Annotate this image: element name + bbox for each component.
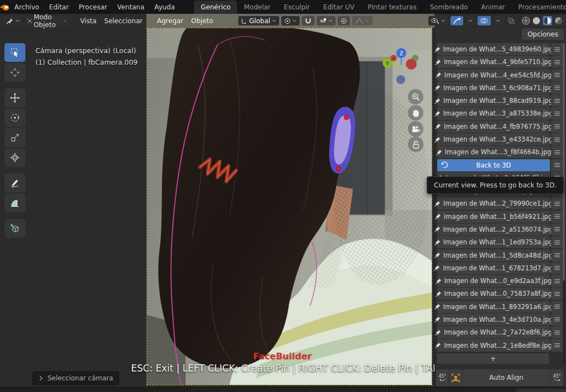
image-item-button[interactable]: Imagen de What...3_6c908a71.jpg: [437, 82, 550, 94]
image-list-item[interactable]: Imagen de What...0_75837a8f.jpg: [437, 288, 563, 300]
image-item-drag-handle[interactable]: [551, 223, 563, 236]
zoom-icon[interactable]: [408, 89, 423, 104]
menu-editar[interactable]: Editar: [44, 1, 74, 13]
move-tool[interactable]: [4, 88, 25, 107]
image-list-item[interactable]: Imagen de What...4_fb976775.jpg: [437, 121, 563, 133]
image-item-drag-handle[interactable]: [551, 95, 563, 107]
menu-agregar[interactable]: Agregar: [153, 15, 187, 27]
tab-procesamiento[interactable]: Procesamiento: [511, 1, 566, 14]
image-list-item[interactable]: Imagen de What...2_7a72e8f6.jpg: [437, 326, 563, 338]
image-list-item[interactable]: Imagen de What...1_893291a6.jpg: [437, 301, 563, 313]
image-list-item[interactable]: Imagen de What...0_e9d2aa3f.jpg: [437, 275, 563, 287]
select-box-tool[interactable]: [4, 43, 25, 62]
rotate-right-45-button[interactable]: 45°: [551, 369, 563, 386]
annotate-tool[interactable]: [4, 174, 25, 192]
gizmos-toggle[interactable]: [450, 16, 463, 25]
image-item-button[interactable]: Imagen de What...2_a5136074.jpg: [437, 223, 550, 236]
image-list-item[interactable]: Imagen de What...1_678213d7.jpg: [437, 262, 563, 274]
transform-tool[interactable]: [4, 148, 25, 167]
add-image-button[interactable]: +: [437, 353, 549, 364]
image-item-drag-handle[interactable]: [551, 313, 563, 326]
rotate-left-45-button[interactable]: 45°: [436, 369, 449, 386]
image-list-item[interactable]: Imagen de What...2_79990ce1.jpg: [437, 197, 563, 210]
sidebar-scrollbar[interactable]: [563, 43, 565, 364]
image-item-drag-handle[interactable]: [551, 56, 563, 68]
back-to-3d-button[interactable]: Back to 3D: [437, 159, 563, 171]
menu-vista[interactable]: Vista: [76, 15, 101, 27]
xray-toggle[interactable]: [505, 16, 517, 25]
image-list-item[interactable]: Imagen de What...4_9bfe5710.jpg: [437, 56, 563, 68]
image-list-item[interactable]: Imagen de What...2_1e8edf8e.jpg: [437, 339, 563, 351]
show-gizmo-toggle[interactable]: [428, 16, 448, 25]
tab-gen-rico[interactable]: Genérico: [194, 1, 237, 14]
image-list-item[interactable]: Imagen de What...3_a875338e.jpg: [437, 107, 563, 119]
image-item-drag-handle[interactable]: [551, 121, 563, 133]
shading-rendered-button[interactable]: [554, 17, 563, 25]
menu-objeto[interactable]: Objeto: [187, 15, 217, 27]
shading-material-button[interactable]: [543, 16, 552, 25]
navigation-gizmo[interactable]: Z Y X: [380, 46, 422, 88]
proportional-falloff-select[interactable]: [352, 16, 373, 25]
gizmos-dropdown[interactable]: [465, 16, 475, 25]
image-item-drag-handle[interactable]: [551, 43, 563, 55]
image-item-button[interactable]: Imagen de What...3_e43342ce.jpg: [437, 133, 550, 145]
lock-icon[interactable]: [408, 137, 423, 152]
image-list-item[interactable]: Imagen de What...1_5d8ca48d.jpg: [437, 249, 563, 262]
tab-esculpir[interactable]: Esculpir: [277, 1, 317, 14]
image-item-button[interactable]: Imagen de What...1_893291a6.jpg: [437, 301, 550, 313]
pivot-point-select[interactable]: [281, 16, 300, 25]
image-list-item[interactable]: Imagen de What...3_6c908a71.jpg: [437, 82, 563, 94]
image-item-drag-handle[interactable]: [551, 249, 563, 262]
rotate-tool[interactable]: [4, 108, 25, 127]
image-item-button[interactable]: Imagen de What...1_678213d7.jpg: [437, 262, 550, 274]
overlays-toggle[interactable]: [478, 16, 491, 25]
image-item-drag-handle[interactable]: [551, 197, 563, 210]
image-item-button[interactable]: Imagen de What...0_75837a8f.jpg: [437, 288, 550, 300]
pan-icon[interactable]: [408, 105, 423, 121]
image-item-drag-handle[interactable]: [551, 107, 563, 119]
image-item-drag-handle[interactable]: [551, 301, 563, 313]
image-list-item[interactable]: Imagen de What...3_f8f4664b.jpg: [437, 146, 563, 158]
shading-solid-button[interactable]: [532, 17, 541, 25]
image-list-item[interactable]: Imagen de What...1_1ed9753a.jpg: [437, 236, 563, 248]
add-cube-tool[interactable]: [4, 219, 25, 238]
tab-sombreado[interactable]: Sombreado: [423, 1, 475, 14]
image-item-button[interactable]: Imagen de What...4_9bfe5710.jpg: [437, 56, 550, 68]
menu-ayuda[interactable]: Ayuda: [149, 1, 180, 13]
image-item-drag-handle[interactable]: [551, 211, 563, 223]
snap-toggle[interactable]: [302, 16, 315, 25]
image-item-button[interactable]: Imagen de What...3_f8f4664b.jpg: [437, 146, 550, 158]
image-item-drag-handle[interactable]: [551, 326, 563, 338]
image-item-button[interactable]: Imagen de What...1_b56f4921.jpg: [437, 211, 550, 223]
back-to-3d-label-area[interactable]: Back to 3D: [437, 159, 550, 171]
blender-logo-icon[interactable]: [0, 3, 9, 11]
image-item-button[interactable]: Imagen de What...1_1ed9753a.jpg: [437, 236, 550, 248]
tab-pintar-texturas[interactable]: Pintar texturas: [361, 1, 423, 14]
image-item-button[interactable]: Imagen de What...2_79990ce1.jpg: [437, 197, 550, 210]
menu-archivo[interactable]: Archivo: [9, 1, 44, 13]
image-list-item[interactable]: Imagen de What...3_4e3d710a.jpg: [437, 313, 563, 326]
image-item-drag-handle[interactable]: [551, 339, 563, 351]
menu-seleccionar[interactable]: Seleccionar: [101, 15, 146, 27]
scale-tool[interactable]: [4, 128, 25, 147]
mode-select[interactable]: Modo Objeto: [25, 16, 69, 25]
tab-editar-uv[interactable]: Editar UV: [317, 1, 361, 14]
image-list-item[interactable]: Imagen de What...1_b56f4921.jpg: [437, 211, 563, 223]
image-list-item[interactable]: Imagen de What...3_88cad919.jpg: [437, 95, 563, 107]
image-item-button[interactable]: Imagen de What...2_1e8edf8e.jpg: [437, 339, 550, 351]
image-item-button[interactable]: Imagen de What...4_ee54c5fd.jpg: [437, 69, 550, 81]
image-item-button[interactable]: Imagen de What...4_fb976775.jpg: [437, 121, 550, 133]
image-list-item[interactable]: Imagen de What...5_49839e60.jpg: [437, 43, 563, 55]
menu-procesar[interactable]: Procesar: [74, 1, 112, 13]
overlays-dropdown[interactable]: [493, 16, 503, 25]
image-item-button[interactable]: Imagen de What...3_4e3d710a.jpg: [437, 313, 550, 326]
image-item-drag-handle[interactable]: [551, 159, 563, 171]
image-list-item[interactable]: Imagen de What...4_ee54c5fd.jpg: [437, 69, 563, 81]
menu-ventana[interactable]: Ventana: [112, 1, 149, 13]
measure-tool[interactable]: [4, 194, 25, 212]
camera-view-icon[interactable]: [408, 121, 423, 137]
image-item-drag-handle[interactable]: [551, 69, 563, 81]
image-list-item[interactable]: Imagen de What...2_a5136074.jpg: [437, 223, 563, 236]
proportional-editing-toggle[interactable]: [338, 16, 350, 25]
snap-target-select[interactable]: [317, 16, 336, 25]
